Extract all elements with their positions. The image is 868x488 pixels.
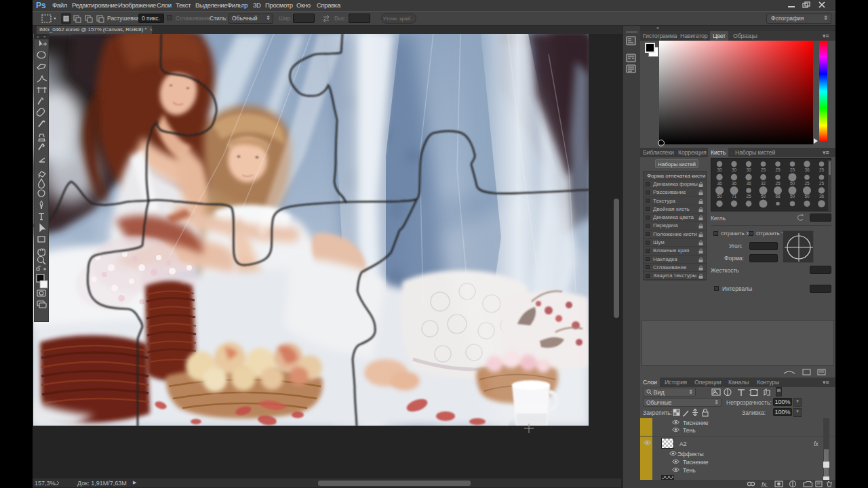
- svg-text:68: 68: [775, 194, 781, 199]
- svg-text:30: 30: [717, 167, 722, 172]
- svg-text:50: 50: [804, 194, 810, 199]
- svg-text:32: 32: [761, 181, 766, 186]
- svg-text:25: 25: [804, 181, 810, 186]
- svg-text:×: ×: [43, 35, 46, 39]
- svg-text:30: 30: [746, 167, 751, 172]
- svg-text:25: 25: [819, 181, 825, 186]
- svg-text:25: 25: [819, 167, 825, 172]
- svg-text:36: 36: [804, 167, 810, 172]
- svg-text:59: 59: [761, 194, 766, 199]
- svg-text:36: 36: [819, 194, 825, 199]
- svg-text:fx.: fx.: [762, 481, 768, 488]
- svg-text:36: 36: [746, 181, 751, 186]
- svg-text:25: 25: [746, 194, 751, 199]
- svg-text:30: 30: [732, 167, 737, 172]
- svg-text:25: 25: [775, 167, 781, 172]
- svg-text:50: 50: [717, 194, 722, 199]
- svg-text:25: 25: [790, 167, 795, 172]
- svg-text:36: 36: [717, 181, 722, 186]
- svg-text:71: 71: [732, 194, 737, 199]
- svg-text:25: 25: [761, 167, 766, 172]
- svg-text:50: 50: [790, 181, 795, 186]
- svg-text:36: 36: [732, 181, 737, 186]
- svg-text:25: 25: [775, 181, 781, 186]
- svg-text:50: 50: [790, 194, 795, 199]
